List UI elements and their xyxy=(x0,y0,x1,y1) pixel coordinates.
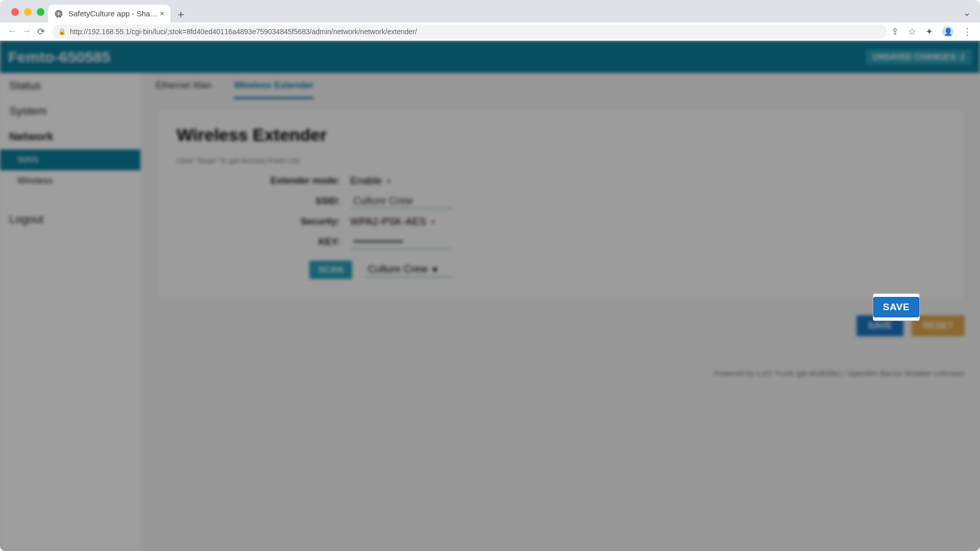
profile-avatar[interactable]: 👤 xyxy=(942,26,953,37)
bookmark-icon[interactable]: ☆ xyxy=(908,26,916,37)
browser-window: SafetyCulture app - SharePoint × + ⌄ ← →… xyxy=(0,0,980,551)
page-viewport: Femto-650585 UNSAVED CHANGES: 2 Status S… xyxy=(0,41,980,551)
tab-close-icon[interactable]: × xyxy=(160,9,164,18)
share-icon[interactable]: ⇪ xyxy=(891,26,899,37)
browser-toolbar: ← → ⟳ 🔒 http://192.168.55.1/cgi-bin/luci… xyxy=(0,22,980,41)
forward-button[interactable]: → xyxy=(19,26,34,37)
lock-icon: 🔒 xyxy=(58,28,66,35)
window-close-icon[interactable] xyxy=(11,8,19,16)
address-bar[interactable]: 🔒 http://192.168.55.1/cgi-bin/luci/;stok… xyxy=(52,24,887,39)
window-minimize-icon[interactable] xyxy=(24,8,32,16)
kebab-menu-icon[interactable]: ⋮ xyxy=(963,26,972,37)
traffic-lights xyxy=(11,8,44,16)
new-tab-button[interactable]: + xyxy=(178,8,184,21)
back-button[interactable]: ← xyxy=(5,26,19,37)
tab-strip: SafetyCulture app - SharePoint × + ⌄ xyxy=(0,0,980,22)
tab-title: SafetyCulture app - SharePoint xyxy=(68,9,160,18)
reload-button[interactable]: ⟳ xyxy=(34,26,48,37)
browser-tab[interactable]: SafetyCulture app - SharePoint × xyxy=(48,5,170,22)
tab-overflow-icon[interactable]: ⌄ xyxy=(963,7,971,18)
toolbar-right-icons: ⇪ ☆ ✦ 👤 ⋮ xyxy=(891,26,975,37)
save-button[interactable]: SAVE xyxy=(873,297,919,317)
save-highlight-frame: SAVE xyxy=(873,293,920,321)
tab-favicon xyxy=(54,9,63,18)
url-text: http://192.168.55.1/cgi-bin/luci/;stok=8… xyxy=(70,28,417,36)
extensions-icon[interactable]: ✦ xyxy=(925,26,933,37)
window-maximize-icon[interactable] xyxy=(37,8,44,16)
dim-overlay xyxy=(0,41,980,551)
